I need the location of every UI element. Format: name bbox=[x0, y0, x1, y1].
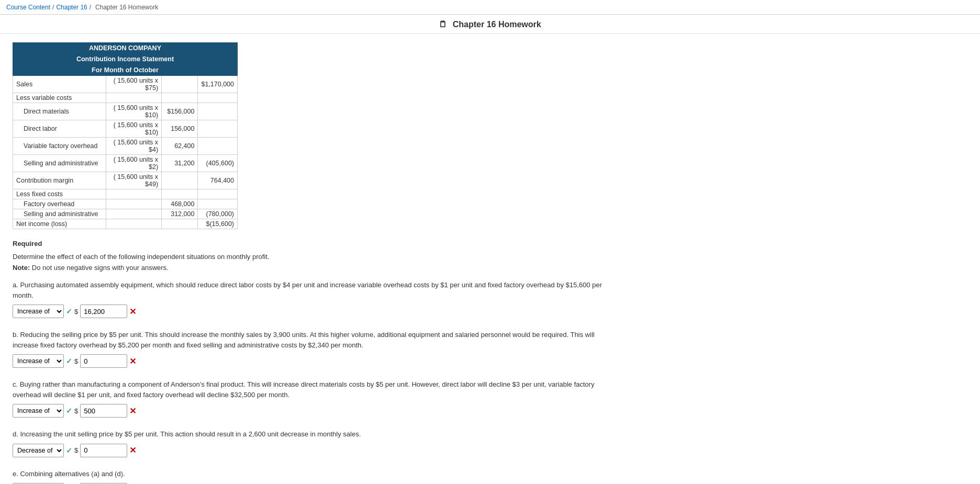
breadcrumb-sep-1: / bbox=[52, 4, 54, 11]
table-row: Variable factory overhead( 15,600 units … bbox=[13, 138, 238, 155]
answer-select-c[interactable]: Increase ofDecrease of bbox=[13, 404, 64, 418]
x-icon-d[interactable]: ✕ bbox=[129, 445, 136, 455]
dollar-sign-d: $ bbox=[74, 446, 78, 454]
statement-title: Contribution Income Statement bbox=[13, 54, 238, 65]
breadcrumb-sep-2: / bbox=[90, 4, 91, 11]
required-note: Note: Do not use negative signs with you… bbox=[13, 264, 616, 272]
breadcrumb-course-content[interactable]: Course Content bbox=[6, 4, 50, 11]
answer-select-d[interactable]: Increase ofDecrease of bbox=[13, 444, 64, 457]
page-title-bar: 🗒 Chapter 16 Homework bbox=[0, 15, 980, 34]
table-header-subtitle: For Month of October bbox=[13, 65, 238, 76]
note-label: Note: bbox=[13, 264, 30, 272]
question-text-e: e. Combining alternatives (a) and (d). bbox=[13, 469, 616, 479]
note-text: Do not use negative signs with your answ… bbox=[32, 264, 169, 272]
table-row: Selling and administrative312,000(780,00… bbox=[13, 209, 238, 219]
answer-input-b[interactable] bbox=[80, 354, 127, 368]
answer-row-d: Increase ofDecrease of✓$✕ bbox=[13, 444, 616, 457]
answer-input-a[interactable] bbox=[80, 305, 127, 318]
dollar-sign-b: $ bbox=[74, 357, 78, 365]
income-statement-table: ANDERSON COMPANY Contribution Income Sta… bbox=[13, 42, 238, 229]
table-row: Selling and administrative( 15,600 units… bbox=[13, 155, 238, 172]
breadcrumb-current: Chapter 16 Homework bbox=[95, 4, 158, 11]
table-header-title: Contribution Income Statement bbox=[13, 54, 238, 65]
question-text-c: c. Buying rather than manufacturing a co… bbox=[13, 379, 616, 400]
breadcrumb-chapter16[interactable]: Chapter 16 bbox=[56, 4, 87, 11]
check-icon-c[interactable]: ✓ bbox=[66, 407, 72, 415]
answer-row-c: Increase ofDecrease of✓$✕ bbox=[13, 404, 616, 418]
check-icon-a[interactable]: ✓ bbox=[66, 307, 72, 316]
question-text-d: d. Increasing the unit selling price by … bbox=[13, 429, 616, 440]
table-row: Sales( 15,600 units x $75)$1,170,000 bbox=[13, 76, 238, 93]
question-block-d: d. Increasing the unit selling price by … bbox=[13, 429, 616, 457]
x-icon-c[interactable]: ✕ bbox=[129, 406, 136, 416]
table-row: Direct labor( 15,600 units x $10)156,000 bbox=[13, 120, 238, 138]
x-icon-b[interactable]: ✕ bbox=[129, 356, 136, 366]
question-block-a: a. Purchasing automated assembly equipme… bbox=[13, 280, 616, 318]
answer-select-a[interactable]: Increase ofDecrease of bbox=[13, 305, 64, 318]
breadcrumb: Course Content / Chapter 16 / Chapter 16… bbox=[0, 0, 980, 15]
check-icon-d[interactable]: ✓ bbox=[66, 446, 72, 455]
statement-subtitle: For Month of October bbox=[13, 65, 238, 76]
dollar-sign-a: $ bbox=[74, 308, 78, 316]
table-row: Net income (loss)$(15,600) bbox=[13, 219, 238, 229]
required-section: Required Determine the effect of each of… bbox=[13, 240, 616, 272]
table-row: Less fixed costs bbox=[13, 189, 238, 199]
questions-container: a. Purchasing automated assembly equipme… bbox=[13, 280, 616, 484]
answer-input-d[interactable] bbox=[80, 444, 127, 457]
required-label: Required bbox=[13, 240, 616, 247]
answer-input-c[interactable] bbox=[80, 404, 127, 418]
check-icon-b[interactable]: ✓ bbox=[66, 357, 72, 365]
required-intro: Determine the effect of each of the foll… bbox=[13, 253, 616, 261]
main-content: ANDERSON COMPANY Contribution Income Sta… bbox=[0, 34, 628, 484]
answer-select-b[interactable]: Increase ofDecrease of bbox=[13, 354, 64, 368]
table-row: Contribution margin( 15,600 units x $49)… bbox=[13, 172, 238, 189]
table-header-company: ANDERSON COMPANY bbox=[13, 43, 238, 54]
table-row: Less variable costs bbox=[13, 93, 238, 103]
question-block-c: c. Buying rather than manufacturing a co… bbox=[13, 379, 616, 418]
answer-row-a: Increase ofDecrease of✓$✕ bbox=[13, 305, 616, 318]
page-title: Chapter 16 Homework bbox=[453, 20, 541, 29]
dollar-sign-c: $ bbox=[74, 407, 78, 415]
question-block-b: b. Reducing the selling price by $5 per … bbox=[13, 330, 616, 368]
table-row: Direct materials( 15,600 units x $10)$15… bbox=[13, 103, 238, 120]
table-row: Factory overhead468,000 bbox=[13, 199, 238, 209]
question-text-b: b. Reducing the selling price by $5 per … bbox=[13, 330, 616, 350]
answer-row-b: Increase ofDecrease of✓$✕ bbox=[13, 354, 616, 368]
question-text-a: a. Purchasing automated assembly equipme… bbox=[13, 280, 616, 300]
question-block-e: e. Combining alternatives (a) and (d).In… bbox=[13, 469, 616, 485]
doc-icon: 🗒 bbox=[439, 20, 447, 29]
company-name: ANDERSON COMPANY bbox=[13, 43, 238, 54]
x-icon-a[interactable]: ✕ bbox=[129, 307, 136, 317]
